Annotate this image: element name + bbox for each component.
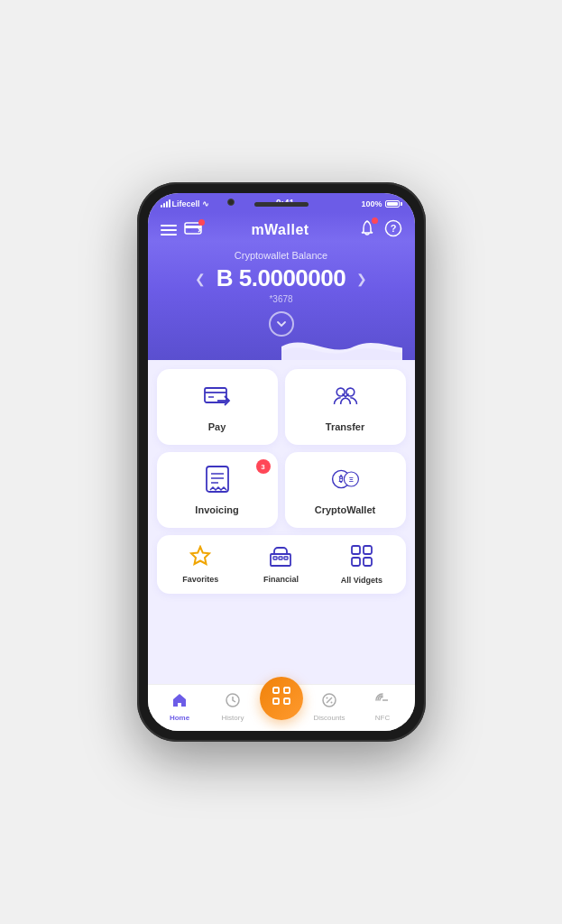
transfer-icon (331, 382, 360, 416)
financial-label: Financial (263, 575, 299, 584)
invoicing-label: Invoicing (195, 504, 238, 515)
card-notification-dot (198, 219, 205, 226)
svg-rect-26 (364, 558, 372, 566)
wifi-icon: ∿ (202, 199, 209, 208)
favorites-shortcut[interactable]: Favorites (162, 544, 239, 585)
home-nav-icon (171, 692, 188, 712)
svg-point-34 (327, 698, 328, 699)
svg-rect-31 (284, 698, 290, 704)
financial-shortcut[interactable]: Financial (243, 544, 319, 585)
invoicing-card[interactable]: 3 Invoicing (157, 452, 278, 528)
svg-rect-29 (284, 688, 290, 693)
favorites-label: Favorites (182, 575, 218, 584)
svg-rect-25 (352, 558, 360, 566)
scan-icon (272, 686, 291, 710)
bell-notification-dot (372, 217, 378, 224)
all-widgets-shortcut[interactable]: All Vidgets (323, 544, 400, 585)
balance-value: 5.0000000 (239, 264, 345, 291)
pay-card[interactable]: Pay (157, 369, 278, 445)
main-content: Pay Transfer (148, 360, 415, 684)
svg-rect-23 (352, 546, 360, 554)
home-nav-label: Home (170, 714, 189, 722)
shortcuts-row: Favorites Financial (157, 535, 406, 594)
actions-row-1: Pay Transfer (157, 369, 406, 445)
discounts-nav-label: Discounts (313, 714, 345, 722)
app-title: mWallet (251, 222, 309, 238)
history-nav-label: History (222, 714, 244, 722)
transfer-card[interactable]: Transfer (285, 369, 406, 445)
svg-rect-21 (279, 557, 282, 559)
balance-section: Cryptowallet Balance ❮ В 5.0000000 ❯ *36… (148, 241, 415, 360)
nfc-nav-label: NFC (375, 714, 390, 722)
svg-point-35 (331, 702, 333, 704)
all-widgets-label: All Vidgets (341, 576, 382, 585)
svg-text:Ξ: Ξ (348, 476, 353, 484)
phone-camera (227, 199, 235, 206)
battery-percent: 100% (361, 199, 382, 208)
transfer-label: Transfer (326, 421, 364, 432)
phone-screen: Lifecell ∿ 9:41 100% (148, 193, 415, 731)
account-mask: *3678 (161, 294, 402, 304)
pay-label: Pay (208, 421, 226, 432)
discounts-nav-icon (321, 692, 337, 712)
header-left (161, 222, 202, 238)
expand-balance-button[interactable] (269, 311, 294, 337)
financial-icon (269, 545, 292, 571)
signal-bars (161, 199, 170, 208)
crypto-icon: ₿ Ξ (331, 465, 360, 499)
pay-icon (203, 382, 232, 416)
nav-discounts[interactable]: Discounts (303, 692, 356, 722)
help-button[interactable]: ? (384, 219, 402, 241)
phone-speaker (254, 202, 309, 207)
svg-rect-1 (185, 226, 201, 228)
phone-device: Lifecell ∿ 9:41 100% (137, 182, 426, 742)
notifications-button[interactable] (359, 220, 375, 240)
nav-home[interactable]: Home (153, 692, 207, 722)
status-right: 100% (361, 199, 401, 208)
currency-symbol: В (217, 264, 233, 291)
status-left: Lifecell ∿ (161, 199, 209, 208)
hamburger-menu-icon[interactable] (161, 225, 177, 236)
battery-icon (385, 200, 402, 208)
actions-row-2: 3 Invoicing (157, 452, 406, 528)
svg-rect-28 (273, 688, 279, 693)
svg-text:?: ? (390, 223, 396, 234)
svg-rect-22 (284, 557, 288, 559)
nav-history[interactable]: History (207, 692, 260, 722)
cryptowallet-label: CryptoWallet (315, 504, 375, 515)
svg-rect-20 (273, 557, 277, 559)
scan-button[interactable] (260, 677, 303, 720)
all-widgets-icon (350, 544, 373, 572)
app-header: mWallet ? (148, 212, 415, 241)
wave-decoration (161, 333, 402, 360)
history-nav-icon (225, 692, 241, 712)
invoice-icon (203, 465, 232, 499)
nav-nfc[interactable]: NFC (356, 692, 410, 722)
cryptowallet-card[interactable]: ₿ Ξ CryptoWallet (285, 452, 406, 528)
svg-rect-24 (364, 546, 372, 554)
cards-button[interactable] (184, 222, 202, 238)
invoicing-badge: 3 (256, 459, 271, 474)
favorites-icon (189, 545, 211, 571)
nfc-nav-icon (374, 692, 391, 712)
svg-rect-30 (273, 698, 279, 704)
next-wallet-button[interactable]: ❯ (353, 268, 371, 290)
balance-label: Cryptowallet Balance (161, 250, 402, 261)
balance-amount: В 5.0000000 (217, 264, 345, 292)
bottom-nav: Home History (148, 684, 415, 731)
balance-row: ❮ В 5.0000000 ❯ (161, 264, 402, 292)
header-right: ? (359, 219, 402, 241)
carrier-name: Lifecell (172, 199, 200, 208)
svg-text:₿: ₿ (338, 475, 344, 484)
prev-wallet-button[interactable]: ❮ (191, 268, 209, 290)
